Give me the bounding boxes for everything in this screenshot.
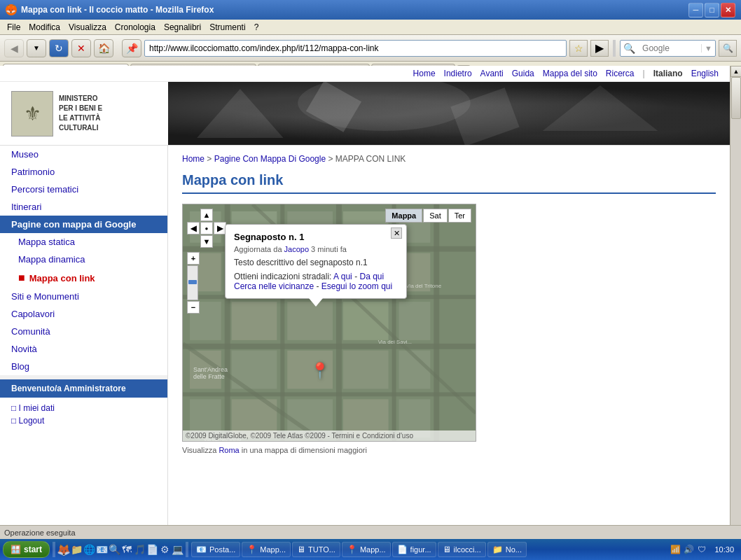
taskbar-quick-outlook[interactable]: 📧 (96, 544, 107, 555)
taskbar-quick-music[interactable]: 🎵 (134, 544, 145, 555)
sidebar-item-percorsi[interactable]: Percorsi tematici (0, 181, 167, 198)
menu-modifica[interactable]: Modifica (25, 21, 64, 34)
start-label: start (24, 545, 42, 554)
minimize-button[interactable]: ─ (688, 3, 703, 18)
map-popup-close-button[interactable]: ✕ (391, 227, 402, 239)
menu-file[interactable]: File (3, 21, 25, 34)
menu-strumenti[interactable]: Strumenti (205, 21, 249, 34)
map-type-mappa[interactable]: Mappa (385, 209, 422, 223)
map-type-ter[interactable]: Ter (448, 209, 471, 223)
scroll-up-button[interactable]: ▲ (730, 66, 741, 77)
sidebar-item-mappa-statica[interactable]: Mappa statica (0, 233, 167, 251)
menu-cronologia[interactable]: Cronologia (111, 21, 160, 34)
zoom-link[interactable]: Esegui lo zoom qui (321, 281, 392, 291)
breadcrumb-pagine[interactable]: Pagine Con Mappa Di Google (214, 154, 326, 164)
forward-dropdown[interactable]: ▼ (27, 39, 46, 57)
taskbar-no[interactable]: 📁 No... (487, 542, 527, 557)
home-button[interactable]: 🏠 (94, 39, 113, 57)
system-clock: 10:30 (710, 545, 738, 554)
sidebar-item-itinerari[interactable]: Itinerari (0, 198, 167, 216)
directions-to-link[interactable]: Da qui (359, 272, 384, 281)
nav-ricerca[interactable]: Ricerca (606, 69, 635, 78)
logout-link[interactable]: Logout (11, 414, 156, 427)
updated-prefix: Aggiornata da (234, 245, 284, 253)
taskbar-ilcocci[interactable]: 🖥 ilcocci... (438, 542, 486, 557)
back-button[interactable]: ◀ (4, 39, 24, 57)
ministry-text: MINISTEROPER I BENI ELE ATTIVITÀCULTURAL… (59, 94, 102, 133)
taskbar-quick-app[interactable]: 💻 (172, 544, 183, 555)
nav-indietro[interactable]: Indietro (444, 69, 472, 78)
reload-button[interactable]: ↻ (49, 39, 69, 57)
star-button[interactable]: ☆ (569, 40, 588, 57)
add-bookmark-button[interactable]: 📌 (122, 39, 141, 57)
taskbar-quick-doc[interactable]: 📄 (146, 544, 158, 555)
popup-author[interactable]: Jacopo (284, 245, 309, 253)
svg-rect-30 (399, 302, 431, 340)
user-links: I miei dati Logout (0, 398, 167, 431)
address-bar[interactable] (144, 40, 567, 57)
taskbar-quick-search[interactable]: 🔍 (109, 544, 120, 555)
taskbar-mapp1[interactable]: 📍 Mapp... (242, 542, 291, 557)
tray-sound-icon[interactable]: 🔊 (683, 544, 694, 555)
map-down-button[interactable]: ▼ (200, 235, 213, 248)
my-data-link[interactable]: I miei dati (11, 402, 156, 414)
taskbar-quick-settings[interactable]: ⚙ (159, 544, 170, 555)
stop-button[interactable]: ✕ (71, 39, 91, 57)
sidebar-item-siti[interactable]: Siti e Monumenti (0, 288, 167, 305)
taskbar-posta[interactable]: 📧 Posta... (191, 542, 240, 557)
svg-text:Via dei Savi...: Via dei Savi... (378, 339, 412, 345)
map-left-button[interactable]: ◀ (187, 222, 200, 234)
go-button[interactable]: ▶ (590, 40, 609, 57)
nearby-link[interactable]: Cerca nelle vicinanze (234, 281, 314, 291)
menu-help[interactable]: ? (250, 21, 263, 34)
tray-network-icon[interactable]: 📶 (670, 544, 681, 555)
sidebar-item-mappa-dinamica[interactable]: Mappa dinamica (0, 251, 167, 268)
search-button[interactable]: 🔍 (719, 40, 737, 57)
nav-avanti[interactable]: Avanti (480, 69, 504, 78)
nav-home[interactable]: Home (413, 69, 436, 78)
directions-from-link[interactable]: A qui (333, 272, 352, 281)
map-zoom-in-button[interactable]: + (187, 252, 200, 265)
popup-tail (309, 298, 323, 307)
svg-rect-28 (287, 302, 333, 340)
main-content: Home > Pagine Con Mappa Di Google > MAPP… (168, 146, 730, 538)
menu-visualizza[interactable]: Visualizza (64, 21, 111, 34)
start-button[interactable]: 🪟 start (3, 541, 50, 558)
footer-roma-link[interactable]: Roma (219, 446, 239, 454)
taskbar-quick-folder[interactable]: 📁 (71, 544, 82, 555)
taskbar-figur[interactable]: 📄 figur... (392, 542, 436, 557)
map-container[interactable]: Sant'Andrea delle Fratte Via del Tritone… (182, 204, 476, 442)
breadcrumb: Home > Pagine Con Mappa Di Google > MAPP… (182, 154, 716, 164)
maximize-button[interactable]: □ (705, 3, 719, 18)
nav-guida[interactable]: Guida (512, 69, 534, 78)
map-marker[interactable]: 📍 (312, 364, 326, 378)
tray-antivirus-icon[interactable]: 🛡 (696, 544, 707, 555)
sidebar-item-novita[interactable]: Novità (0, 340, 167, 358)
breadcrumb-home[interactable]: Home (182, 154, 205, 164)
taskbar-quick-ie[interactable]: 🌐 (83, 544, 95, 555)
sidebar-item-mappa-con-link[interactable]: ■Mappa con link (0, 268, 167, 288)
lang-italiano[interactable]: Italiano (653, 69, 683, 78)
taskbar-quick-maps[interactable]: 🗺 (121, 544, 132, 555)
map-up-button[interactable]: ▲ (200, 209, 213, 221)
taskbar-mapp2[interactable]: 📍 Mapp... (342, 542, 391, 557)
taskbar-tuto[interactable]: 🖥 TUTO... (292, 542, 340, 557)
sidebar-item-museo[interactable]: Museo (0, 146, 167, 163)
close-button[interactable]: ✕ (721, 3, 735, 18)
map-type-sat[interactable]: Sat (423, 209, 448, 223)
menu-segnalibri[interactable]: Segnalibri (160, 21, 205, 34)
sidebar-item-comunita[interactable]: Comunità (0, 323, 167, 340)
sidebar-item-patrimonio[interactable]: Patrimonio (0, 163, 167, 181)
lang-english[interactable]: English (691, 69, 719, 78)
search-input[interactable] (638, 41, 701, 56)
map-center-button[interactable]: ● (200, 222, 213, 234)
nav-mappa-del-sito[interactable]: Mappa del sito (543, 69, 597, 78)
sidebar-item-blog[interactable]: Blog (0, 358, 167, 375)
scroll-thumb[interactable] (731, 77, 741, 119)
taskbar-quick-firefox[interactable]: 🦊 (58, 544, 69, 555)
map-footer: Visualizza Roma in una mappa di dimensio… (182, 446, 716, 454)
sidebar-section-mappa[interactable]: Pagine con mappa di Google (0, 216, 167, 233)
scroll-track[interactable] (730, 77, 741, 528)
map-zoom-out-button[interactable]: − (187, 301, 200, 314)
sidebar-item-capolavori[interactable]: Capolavori (0, 305, 167, 323)
